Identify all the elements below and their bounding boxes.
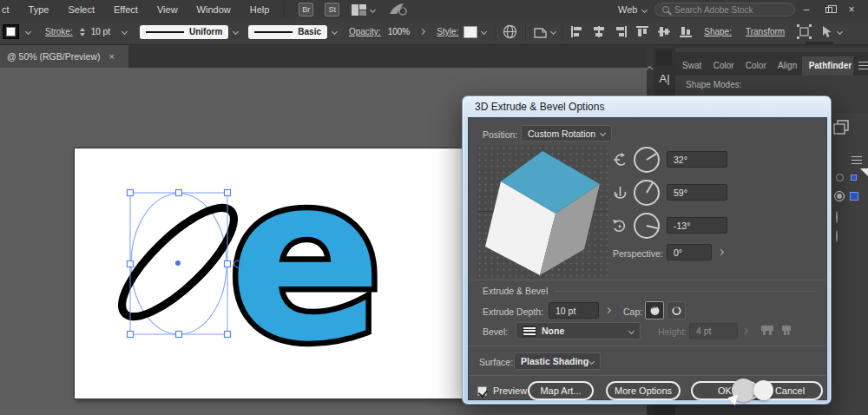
bevel-extent-icons <box>760 323 795 337</box>
track-cube[interactable] <box>477 145 608 278</box>
bevel-value: None <box>542 326 564 336</box>
rotate-z-axis-icon <box>613 219 628 233</box>
extrude-depth-label: Extrude Depth: <box>483 306 543 317</box>
center-anchor-point[interactable] <box>175 260 181 266</box>
panel-corner-fold <box>860 168 868 176</box>
perspective-slider-icon[interactable] <box>718 249 724 255</box>
cursor-click-indicator <box>753 380 773 400</box>
cap-solid-button[interactable] <box>645 301 664 319</box>
extrude-section-label: Extrude & Bevel <box>483 286 548 296</box>
panel-tab-bar: Swat Color Color Align Pathfinder <box>675 52 868 76</box>
rotate-y-field[interactable]: 59° <box>667 184 727 201</box>
rotate-z-field[interactable]: -13° <box>667 217 727 234</box>
layer-row[interactable] <box>836 212 838 222</box>
rotate-x-value: 32° <box>674 155 687 165</box>
rotate-x-axis-icon <box>613 153 628 167</box>
logo-letter-e[interactable]: e <box>228 127 383 392</box>
chevron-down-icon <box>628 327 635 333</box>
extrude-depth-field[interactable]: 10 pt <box>549 302 599 319</box>
rotate-z-value: -13° <box>674 221 690 231</box>
tab-swatches[interactable]: Swat <box>675 56 707 76</box>
panel-menu-icon[interactable] <box>858 62 868 69</box>
dialog-3d-extrude-bevel[interactable]: 3D Extrude & Bevel Options Position: Cus… <box>462 96 832 405</box>
extrude-depth-value: 10 pt <box>556 306 575 316</box>
track-cube-area[interactable] <box>477 145 608 278</box>
chevron-down-icon <box>600 130 606 136</box>
extrude-depth-slider-icon[interactable] <box>605 307 611 313</box>
cap-hollow-icon <box>671 306 682 316</box>
rotate-x-field[interactable]: 32° <box>667 151 727 168</box>
tab-align[interactable]: Align <box>771 56 802 76</box>
map-art-button[interactable]: Map Art... <box>528 381 594 400</box>
perspective-field[interactable]: 0° <box>667 244 712 260</box>
bevel-preview-swatch <box>523 326 536 337</box>
layer-selection-indicator[interactable] <box>850 192 858 201</box>
layer-selection-indicator[interactable] <box>851 175 857 181</box>
layer-target-icon-active[interactable] <box>834 191 845 201</box>
perspective-value: 0° <box>674 247 682 258</box>
rotate-y-value: 59° <box>674 188 687 198</box>
position-value: Custom Rotation <box>528 128 595 139</box>
bevel-select[interactable]: None <box>516 322 641 339</box>
preview-toggle[interactable]: Preview <box>477 385 527 396</box>
character-panel-icon[interactable]: A| <box>654 72 675 85</box>
cap-hollow-button[interactable] <box>667 301 686 319</box>
dialog-title: 3D Extrude & Bevel Options <box>475 101 604 113</box>
layer-row[interactable] <box>836 174 857 181</box>
rotate-z-dial[interactable] <box>634 213 660 239</box>
layers-panel-menu-icon[interactable] <box>852 156 862 164</box>
surface-select[interactable]: Plastic Shading <box>514 352 601 370</box>
more-options-button[interactable]: More Options <box>606 381 681 400</box>
perspective-label: Perspective: <box>613 248 663 259</box>
tab-pathfinder[interactable]: Pathfinder <box>802 56 854 76</box>
tab-color[interactable]: Color <box>707 56 739 76</box>
layer-target-icon[interactable] <box>836 230 838 242</box>
bevel-label: Bevel: <box>483 326 508 337</box>
tab-color-guide[interactable]: Color <box>739 56 771 76</box>
rotate-y-dial[interactable] <box>634 180 660 206</box>
extrude-section-header: Extrude & Bevel <box>483 286 816 296</box>
layers-panel-sliver <box>831 113 868 415</box>
layer-row[interactable] <box>836 231 838 241</box>
illustrator-window: ct Type Select Effect View Window Help B… <box>0 0 868 415</box>
surface-value: Plastic Shading <box>521 356 589 366</box>
artboards-icon[interactable] <box>833 120 852 135</box>
chevron-down-icon <box>589 358 595 364</box>
rotate-x-dial[interactable] <box>634 147 660 173</box>
cap-solid-icon <box>649 306 661 316</box>
surface-label: Surface: <box>479 357 513 367</box>
layer-row[interactable] <box>834 191 858 201</box>
layer-target-icon[interactable] <box>836 174 844 181</box>
dialog-body: Position: Custom Rotation <box>468 117 827 400</box>
height-value: 4 pt <box>696 326 712 336</box>
height-field-disabled: 4 pt <box>689 323 738 339</box>
height-slider-icon <box>742 328 748 334</box>
preview-checkbox[interactable] <box>477 386 487 396</box>
rotate-y-axis-icon <box>614 186 627 201</box>
position-select[interactable]: Custom Rotation <box>521 125 612 142</box>
layer-target-icon[interactable] <box>836 211 838 223</box>
collapse-panel-icon[interactable] <box>647 66 653 72</box>
height-label: Height: <box>658 326 687 337</box>
shape-modes-label: Shape Modes: <box>686 80 742 89</box>
panel-strip-header <box>656 50 672 66</box>
cap-label: Cap: <box>623 306 642 317</box>
preview-label: Preview <box>493 385 527 396</box>
position-label: Position: <box>483 129 517 140</box>
